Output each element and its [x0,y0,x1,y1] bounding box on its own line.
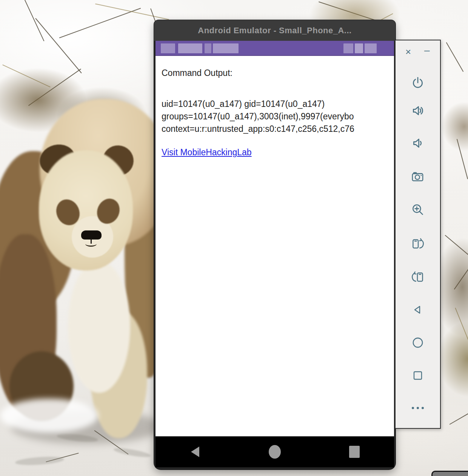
home-button[interactable] [396,335,440,350]
volume-up-button[interactable] [396,104,440,118]
twig [20,0,44,41]
rotate-left-icon [410,270,425,284]
panda-chest [68,261,130,393]
close-icon: × [405,46,411,57]
more-button[interactable] [396,404,440,412]
status-blur-block [205,43,211,53]
output-line: uid=10147(u0_a147) gid=10147(u0_a147) [162,98,394,110]
desktop: Android Emulator - Small_Phone_A... Comm… [0,0,468,476]
app-content: Command Output: uid=10147(u0_a147) gid=1… [155,56,394,436]
status-blur-block [161,43,175,53]
twig [450,407,468,425]
zoom-in-icon [411,202,425,217]
grass-tuft [442,102,468,151]
snow-over-paw [0,399,98,433]
output-line: context=u:r:untrusted_app:s0:c147,c256,c… [162,123,394,135]
more-icon [410,404,426,412]
output-line: groups=10147(u0_a147),3003(inet),9997(ev… [162,110,394,123]
rotate-right-button[interactable] [396,236,440,251]
zoom-button[interactable] [396,202,440,217]
nav-home-button[interactable] [236,445,314,459]
command-output-text: uid=10147(u0_a147) gid=10147(u0_a147) gr… [162,98,394,135]
panda-nose [81,230,102,240]
overview-button[interactable] [396,369,440,382]
status-blur-block [355,43,363,53]
power-icon [411,76,425,90]
minimize-button[interactable]: – [424,45,430,55]
home-icon [411,335,425,350]
twig [35,18,82,74]
emulator-toolbar: × – [395,40,441,429]
power-button[interactable] [396,76,440,90]
background-window-fragment[interactable] [431,471,468,476]
volume-up-icon [411,104,425,118]
twig [95,3,169,20]
twig [59,8,141,39]
mobilehackinglab-link[interactable]: Visit MobileHackingLab [162,147,252,158]
rotate-left-button[interactable] [396,270,440,284]
back-button[interactable] [396,303,440,317]
panda-mouth [85,241,97,247]
phone-frame-bottom [154,467,396,470]
close-button[interactable]: × [405,47,411,57]
snow-mark [15,455,64,466]
twig [446,42,464,72]
camera-icon [410,169,425,184]
emulator-window: Android Emulator - Small_Phone_A... Comm… [154,20,396,470]
command-output-heading: Command Output: [162,68,394,78]
overview-square-icon [349,446,360,458]
status-blur-block [213,43,239,53]
status-blur-block [343,43,353,53]
volume-down-icon [411,136,425,150]
overview-icon [411,369,425,382]
home-circle-icon [269,445,281,459]
phone-screen: Command Output: uid=10147(u0_a147) gid=1… [155,41,394,467]
status-blur-block [178,43,202,53]
android-nav-bar [155,436,394,467]
rotate-right-icon [410,236,425,251]
window-title: Android Emulator - Small_Phone_A... [198,26,351,36]
volume-down-button[interactable] [396,136,440,150]
camera-button[interactable] [396,169,440,184]
nav-overview-button[interactable] [315,446,394,458]
window-titlebar[interactable]: Android Emulator - Small_Phone_A... [154,20,396,41]
snow-mark [113,446,151,459]
nav-back-button[interactable] [156,446,235,457]
status-blur-block [365,43,377,53]
back-triangle-icon [190,446,200,457]
back-icon [411,303,425,317]
android-status-bar [155,41,394,56]
minimize-icon: – [424,45,430,56]
